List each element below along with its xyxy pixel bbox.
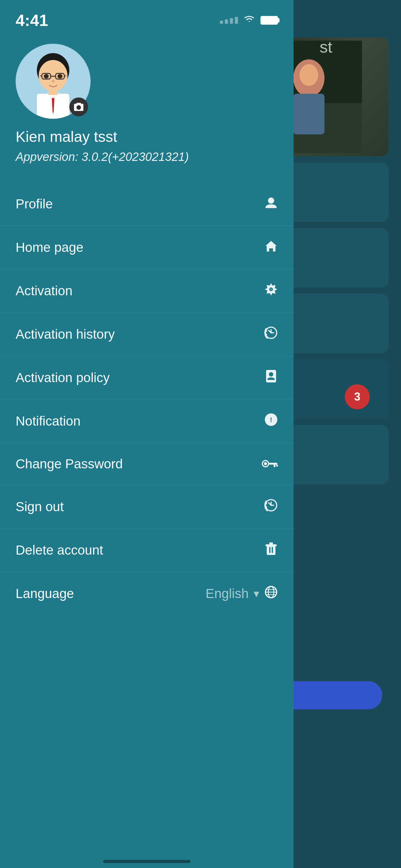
activation-history-label: Activation history	[15, 327, 114, 342]
svg-rect-32	[276, 465, 278, 466]
sign-out-label: Sign out	[15, 499, 64, 514]
svg-point-4	[300, 64, 318, 86]
svg-point-13	[58, 74, 63, 79]
svg-point-14	[52, 80, 55, 83]
user-name: Kien malay tsst	[15, 128, 278, 145]
menu-list: Profile Home page Activation	[0, 183, 294, 615]
avatar-wrapper[interactable]	[15, 44, 91, 119]
menu-item-sign-out[interactable]: Sign out	[0, 485, 294, 529]
svg-point-12	[44, 74, 49, 79]
activation-history-icon	[264, 326, 278, 343]
menu-item-activation[interactable]: Activation !	[0, 269, 294, 313]
menu-item-activation-policy[interactable]: Activation policy	[0, 356, 294, 400]
delete-account-label: Delete account	[15, 543, 103, 558]
menu-item-change-password[interactable]: Change Password	[0, 443, 294, 485]
svg-rect-30	[269, 463, 277, 465]
app-version: Appversion: 3.0.2(+2023021321)	[15, 150, 278, 164]
menu-item-notification[interactable]: Notification !	[0, 400, 294, 443]
svg-rect-17	[48, 88, 58, 95]
svg-point-20	[268, 197, 274, 204]
notification-icon: !	[264, 413, 278, 430]
svg-rect-34	[267, 546, 275, 555]
svg-rect-36	[269, 542, 273, 545]
svg-rect-37	[269, 547, 270, 553]
language-value[interactable]: English	[205, 586, 248, 601]
status-time: 4:41	[15, 11, 48, 30]
svg-point-25	[269, 372, 273, 376]
svg-text:!: !	[270, 288, 271, 291]
notification-label: Notification	[15, 414, 80, 429]
svg-text:!: !	[270, 416, 272, 424]
svg-point-19	[77, 106, 80, 109]
wifi-icon	[243, 14, 256, 27]
sidebar: 4:41	[0, 0, 294, 868]
menu-item-activation-history[interactable]: Activation history	[0, 313, 294, 356]
globe-icon	[264, 585, 278, 602]
delete-account-icon	[264, 542, 278, 559]
menu-item-homepage[interactable]: Home page	[0, 226, 294, 269]
svg-point-29	[264, 462, 267, 465]
profile-icon	[264, 195, 278, 213]
home-indicator	[103, 860, 191, 863]
battery-icon	[261, 16, 278, 25]
activation-policy-label: Activation policy	[15, 370, 110, 385]
menu-item-profile[interactable]: Profile	[0, 183, 294, 226]
notification-badge: 3	[345, 384, 370, 409]
chevron-down-icon: ▾	[254, 587, 259, 600]
profile-label: Profile	[15, 196, 53, 212]
home-icon	[264, 239, 278, 256]
homepage-label: Home page	[15, 240, 83, 255]
avatar-section: Kien malay tsst Appversion: 3.0.2(+20230…	[0, 34, 294, 170]
status-bar: 4:41	[0, 0, 294, 34]
status-icons	[220, 14, 278, 27]
signal-icon	[220, 17, 238, 24]
language-right: English ▾	[205, 585, 278, 602]
activation-policy-icon	[264, 369, 278, 386]
change-password-label: Change Password	[15, 457, 123, 471]
svg-rect-31	[274, 465, 275, 467]
menu-item-language[interactable]: Language English ▾	[0, 572, 294, 615]
menu-item-delete-account[interactable]: Delete account	[0, 529, 294, 572]
sign-out-icon	[264, 498, 278, 515]
language-label: Language	[15, 586, 74, 601]
background-st-text: st	[320, 37, 332, 56]
activation-label: Activation	[15, 283, 72, 299]
change-password-icon	[262, 456, 278, 472]
svg-rect-38	[272, 547, 273, 553]
activation-icon: !	[264, 282, 278, 299]
svg-rect-3	[293, 94, 325, 134]
camera-badge[interactable]	[69, 97, 88, 116]
